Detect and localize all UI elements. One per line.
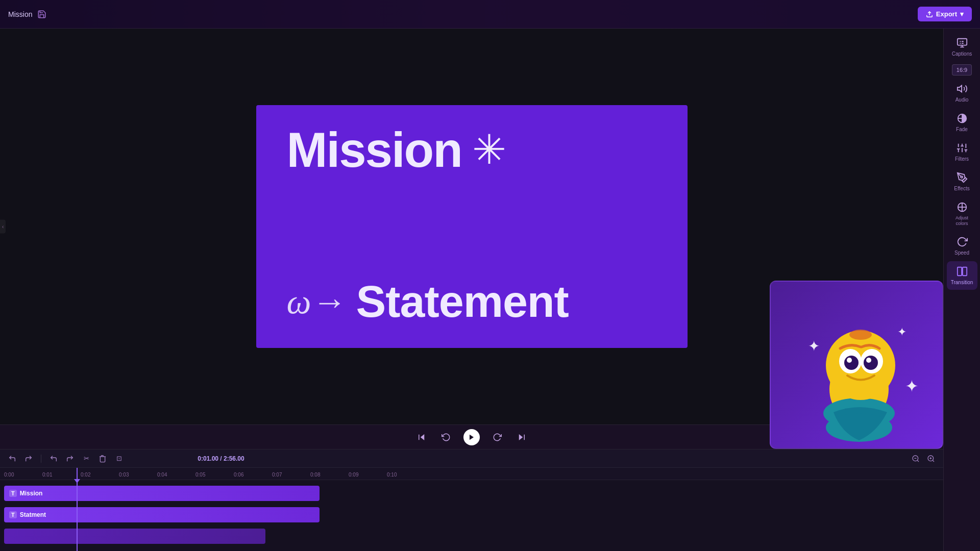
top-bar: Mission Export ▾ [0,0,980,29]
aspect-ratio-button[interactable]: 16:9 [952,64,972,76]
video-subtitle: ω→ Statement [287,276,657,328]
skip-to-start-button[interactable] [414,430,429,444]
export-label: Export [936,10,957,18]
video-title-line1: Mission ✳ [287,126,657,174]
play-icon [468,434,475,441]
svg-point-44 [864,356,878,370]
ruler-mark-7: 0:07 [272,472,282,478]
export-icon [926,11,933,18]
transition-icon [956,265,968,278]
export-chevron: ▾ [960,10,964,18]
svg-point-29 [961,176,963,178]
redo2-icon [66,455,74,463]
svg-rect-31 [957,267,961,276]
svg-marker-6 [519,434,523,440]
track-row-statment: T Statment [0,506,943,524]
audio-icon [956,83,968,95]
track-type-icon-mission: T [9,490,17,497]
track-row-third [0,527,943,545]
svg-line-12 [933,460,934,462]
collapse-left-button[interactable]: ‹ [0,220,6,234]
fast-forward-button[interactable] [490,430,504,444]
duplicate-button[interactable]: ⊡ [113,453,125,465]
effects-icon [956,171,968,184]
effects-label: Effects [954,186,969,192]
fade-label: Fade [956,127,968,133]
redo-icon [24,455,33,463]
svg-marker-3 [421,434,425,440]
svg-point-40 [849,330,872,340]
redo-button[interactable] [22,453,35,465]
svg-text:✦: ✦ [905,377,919,395]
statement-text: Statement [356,276,568,328]
filters-icon [956,142,968,154]
ruler-mark-0: 0:00 [4,472,14,478]
rewind-button[interactable] [439,430,453,444]
ruler-mark-3: 0:03 [119,472,129,478]
redo2-button[interactable] [64,453,76,465]
skip-to-end-button[interactable] [514,430,529,444]
sidebar-item-audio[interactable]: Audio [947,79,977,107]
delete-button[interactable] [96,453,109,465]
track-type-icon-statment: T [9,511,17,518]
sidebar-item-transition[interactable]: Transition [947,261,977,290]
filters-label: Filters [955,156,969,162]
track-clip-statment[interactable]: T Statment [4,507,320,522]
ruler-mark-2: 0:02 [81,472,90,478]
ruler-mark-4: 0:04 [157,472,167,478]
tracks-container: T Mission T Statment [0,480,943,551]
top-bar-left: Mission [8,10,46,19]
sidebar-item-fade[interactable]: Fade [947,108,977,137]
ruler-mark-10: 0:10 [387,472,397,478]
sidebar-item-effects[interactable]: Effects [947,167,977,196]
ruler-mark-6: 0:06 [234,472,243,478]
undo2-button[interactable] [47,453,60,465]
speed-label: Speed [954,250,969,256]
ruler-mark-5: 0:05 [195,472,205,478]
export-button[interactable]: Export ▾ [918,7,972,21]
zoom-out-icon [912,455,920,463]
svg-line-9 [917,460,919,462]
ruler-mark-9: 0:09 [349,472,358,478]
sidebar-item-captions[interactable]: Captions [947,33,977,61]
delete-icon [99,455,107,463]
playhead-head [74,479,80,483]
timeline-timestamp: 0:01.00 / 2:56.00 [198,455,244,462]
right-sidebar: Captions 16:9 Audio [943,29,980,551]
undo2-icon [50,455,58,463]
track-clip-third[interactable] [4,529,265,544]
undo-icon [8,455,16,463]
svg-rect-15 [957,39,966,45]
video-canvas: Mission ✳ ω→ Statement [256,105,688,348]
track-clip-mission[interactable]: T Mission [4,486,320,501]
transition-label: Transition [951,280,973,286]
character-mascot: ✦ ✦ ✦ [785,290,928,448]
adjust-colors-label: Adjustcolors [955,215,968,227]
playhead-ruler [77,468,78,480]
fast-forward-icon [493,433,502,442]
cut-button[interactable]: ✂ [80,453,92,465]
save-icon [37,10,46,19]
sidebar-item-adjust-colors[interactable]: Adjustcolors [947,197,977,231]
save-button[interactable] [37,10,46,19]
time-ruler: 0:00 0:01 0:02 0:03 0:04 0:05 0:06 0:07 … [0,468,943,480]
svg-point-46 [866,358,871,363]
svg-marker-5 [470,434,474,440]
rewind-icon [442,433,451,442]
sidebar-item-speed[interactable]: Speed [947,232,977,260]
skip-end-icon [517,433,526,442]
character-panel: ✦ ✦ ✦ [770,281,943,449]
svg-marker-18 [957,86,961,92]
toolbar-divider-1 [41,455,41,463]
svg-rect-32 [962,267,966,276]
timeline-area: ✂ ⊡ 0:01.00 / 2:56.00 [0,449,943,551]
timeline-toolbar: ✂ ⊡ 0:01.00 / 2:56.00 [0,449,943,468]
playhead-line [77,480,78,551]
zoom-in-button[interactable] [925,453,937,465]
track-row-mission: T Mission [0,484,943,503]
play-button[interactable] [463,429,480,445]
track-label-statment: Statment [20,511,46,518]
undo-button[interactable] [6,453,18,465]
sidebar-item-filters[interactable]: Filters [947,138,977,166]
zoom-out-button[interactable] [910,453,922,465]
